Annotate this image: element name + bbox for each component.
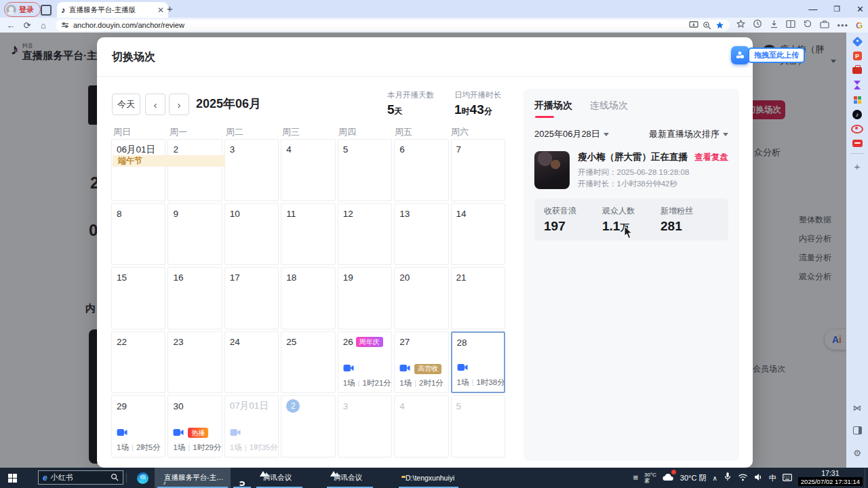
browser-login-chip[interactable]: 登录 — [4, 2, 41, 17]
calendar-cell[interactable]: 5 — [451, 395, 505, 458]
session-restore-icon[interactable] — [803, 19, 812, 31]
calendar-cell[interactable]: 07月01日1场|1时35分 — [224, 395, 279, 458]
calendar-cell[interactable]: 281场|1时38分 — [451, 331, 505, 394]
back-icon[interactable]: ← — [3, 20, 19, 30]
calendar-cell[interactable]: 291场|2时5分 — [111, 395, 165, 458]
calendar-cell[interactable]: 30热播1场|1时29分 — [167, 395, 222, 458]
calendar-cell[interactable]: 4 — [394, 395, 448, 458]
google-profile-icon[interactable]: G — [856, 20, 863, 30]
calendar-cell[interactable]: 21 — [451, 267, 505, 329]
calendar-cell[interactable]: 8 — [111, 203, 165, 266]
workspace-briefcase-icon[interactable] — [820, 19, 829, 31]
hourglass-icon[interactable] — [846, 79, 868, 92]
weather-cloud-icon[interactable] — [663, 472, 674, 484]
calendar-cell[interactable]: 27高营收1场|2时1分 — [394, 331, 448, 394]
next-month-button[interactable]: › — [169, 94, 189, 115]
reading-list-icon[interactable] — [786, 19, 795, 31]
bookmark-star-icon[interactable] — [715, 21, 724, 30]
taskbar-app[interactable]: D:\tengxunhuiyi — [396, 468, 461, 488]
calendar-cell[interactable]: 26周年庆1场|1时21分 — [338, 331, 392, 394]
menu-dots-icon[interactable]: ⋯ — [837, 19, 848, 32]
wifi-icon[interactable] — [738, 472, 748, 484]
tab-group-icon[interactable] — [41, 5, 52, 16]
prev-month-button[interactable]: ‹ — [145, 94, 165, 115]
add-panel-button[interactable]: + — [846, 160, 868, 172]
keyboard-icon[interactable] — [783, 472, 792, 484]
show-desktop-button[interactable] — [865, 468, 868, 488]
start-button[interactable] — [8, 468, 17, 488]
taskbar-app[interactable]: 直播服务平台-主播... — [155, 468, 231, 488]
install-app-icon[interactable] — [689, 21, 698, 29]
tiktok-icon[interactable]: ♪ — [846, 108, 868, 121]
calendar-cell[interactable]: 2 — [167, 139, 222, 201]
history-clock-icon[interactable] — [753, 19, 762, 31]
close-tab-icon[interactable]: ✕ — [157, 6, 164, 14]
restore-button[interactable]: ❐ — [833, 5, 840, 14]
view-review-link[interactable]: 查看复盘 — [694, 152, 728, 163]
calendar-cell[interactable]: 4 — [281, 139, 335, 201]
mic-icon[interactable] — [724, 472, 732, 484]
calendar-cell[interactable]: 06月01日端午节 — [111, 139, 165, 201]
calendar-cell[interactable]: 19 — [338, 267, 392, 329]
site-info-icon[interactable] — [61, 21, 69, 29]
tab-live-sessions[interactable]: 开播场次 — [534, 100, 572, 112]
eye-icon[interactable] — [846, 123, 868, 135]
caret-up-icon[interactable]: ∧ — [713, 474, 717, 482]
calendar-cell[interactable]: 9 — [167, 203, 222, 266]
calendar-cell[interactable]: 10 — [224, 203, 279, 266]
taskbar-app[interactable] — [231, 468, 254, 488]
url-text[interactable]: anchor.douyin.com/anchor/review — [73, 21, 685, 29]
downloads-icon[interactable] — [770, 19, 778, 31]
zoom-icon[interactable] — [703, 21, 711, 30]
calendar-cell[interactable]: 3 — [338, 395, 392, 458]
favorites-star-icon[interactable] — [736, 19, 745, 31]
calendar-cell[interactable]: 6 — [394, 139, 448, 201]
calendar-cell[interactable]: 17 — [224, 267, 279, 329]
hamburger-icon[interactable]: ≡ — [633, 474, 638, 481]
new-tab-button[interactable]: + — [167, 3, 173, 14]
calendar-cell[interactable]: 16 — [167, 267, 222, 329]
taskbar-app[interactable]: 腾讯会议 — [324, 468, 376, 488]
session-card[interactable]: 瘦小梅（胖大雷）正在直播 查看复盘 开播时间：2025-06-28 19:28:… — [534, 151, 728, 189]
calendar-cell[interactable]: 7 — [451, 139, 505, 201]
taskbar-app[interactable]: 腾讯会议 — [254, 468, 305, 488]
taskbar-search-box[interactable]: e 小红书 — [38, 470, 123, 485]
date-filter-dropdown[interactable]: 2025年06月28日 — [534, 128, 609, 140]
taskbar-edge-button[interactable] — [137, 468, 149, 488]
calendar-cell[interactable]: 5 — [338, 139, 392, 201]
calendar-cell[interactable]: 13 — [394, 203, 448, 266]
weather-text[interactable]: 30°C 阴 — [680, 473, 707, 483]
calendar-cell[interactable]: 12 — [338, 203, 392, 266]
calendar-cell[interactable]: 2 — [281, 395, 335, 458]
today-button[interactable]: 今天 — [112, 94, 140, 115]
calendar-cell[interactable]: 24 — [224, 331, 279, 394]
browser-tab[interactable]: ♪ 直播服务平台-主播版 ✕ — [57, 2, 168, 18]
panel-icon[interactable] — [846, 424, 868, 436]
toolbox-icon[interactable] — [846, 64, 868, 77]
minimize-button[interactable]: — — [808, 4, 817, 14]
tag-icon[interactable] — [846, 35, 868, 47]
calendar-cell[interactable]: 22 — [111, 331, 165, 394]
home-icon[interactable]: ⌂ — [35, 20, 52, 30]
mini-weather[interactable]: 30°C雾 — [644, 472, 656, 484]
grid-icon[interactable] — [846, 94, 868, 106]
calendar-cell[interactable]: 23 — [167, 331, 222, 394]
taskbar-clock[interactable]: 17:31 2025/07/02 17:31:14 — [798, 470, 863, 486]
close-button[interactable]: ✕ — [856, 4, 864, 14]
calendar-cell[interactable]: 11 — [281, 203, 335, 266]
speaker-icon[interactable] — [754, 472, 763, 484]
powerpoint-icon[interactable]: P — [846, 50, 868, 62]
card-icon[interactable] — [846, 138, 868, 150]
ime-indicator[interactable]: 中 — [769, 473, 776, 483]
settings-gear-icon[interactable]: ⚙ — [846, 447, 868, 459]
reload-icon[interactable]: ⟳ — [19, 20, 35, 30]
url-bar[interactable]: anchor.douyin.com/anchor/review — [56, 20, 730, 31]
tab-link-sessions[interactable]: 连线场次 — [590, 100, 628, 112]
upload-widget[interactable]: 拖拽至此上传 — [731, 46, 805, 64]
ribbon-icon[interactable]: ⋈ — [846, 402, 868, 414]
calendar-cell[interactable]: 25 — [281, 331, 335, 394]
calendar-cell[interactable]: 3 — [224, 139, 279, 201]
calendar-cell[interactable]: 14 — [451, 203, 505, 266]
calendar-cell[interactable]: 18 — [281, 267, 335, 329]
calendar-cell[interactable]: 15 — [111, 267, 165, 329]
